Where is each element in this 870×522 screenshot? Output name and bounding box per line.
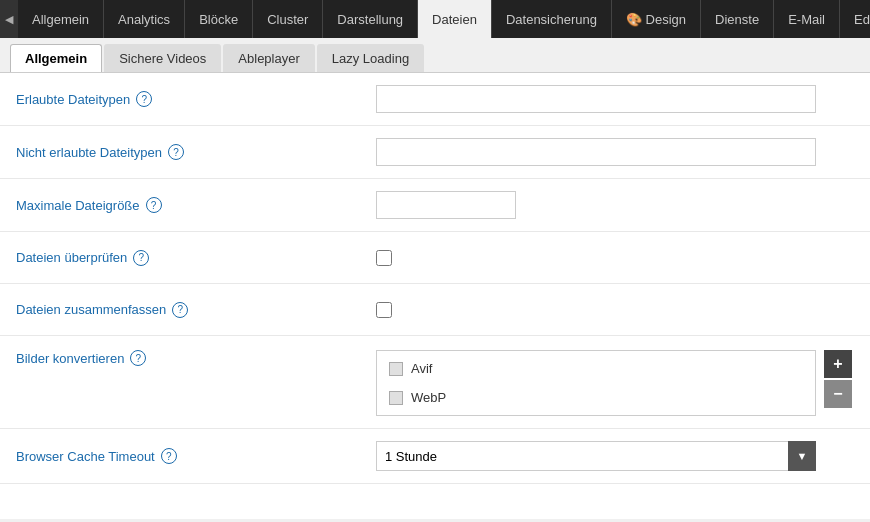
- row-browser-cache-timeout: Browser Cache Timeout ? 1 Stunde 30 Minu…: [0, 429, 870, 484]
- convert-option-avif: Avif: [389, 361, 803, 376]
- add-convert-option-button[interactable]: +: [824, 350, 852, 378]
- help-icon-bilder-konvertieren[interactable]: ?: [130, 350, 146, 366]
- control-bilder-konvertieren: Avif WebP + −: [376, 350, 854, 416]
- tab-bloecke[interactable]: Blöcke: [185, 0, 253, 38]
- label-dateien-ueberpruefen: Dateien überprüfen ?: [16, 250, 376, 266]
- plus-minus-buttons: + −: [824, 350, 852, 408]
- sub-nav: Allgemein Sichere Videos Ableplayer Lazy…: [0, 38, 870, 73]
- input-erlaubte-dateitypen[interactable]: [376, 85, 816, 113]
- label-erlaubte-dateitypen: Erlaubte Dateitypen ?: [16, 91, 376, 107]
- control-erlaubte-dateitypen: [376, 85, 854, 113]
- control-browser-cache-timeout: 1 Stunde 30 Minuten 6 Stunden 12 Stunden…: [376, 441, 854, 471]
- row-bilder-konvertieren: Bilder konvertieren ? Avif WebP + −: [0, 336, 870, 429]
- convert-option-webp: WebP: [389, 390, 803, 405]
- control-dateien-ueberpruefen: [376, 250, 854, 266]
- tab-email[interactable]: E-Mail: [774, 0, 840, 38]
- tab-dateien[interactable]: Dateien: [418, 0, 492, 38]
- tab-editor[interactable]: Editor: [840, 0, 870, 38]
- subtab-ableplayer[interactable]: Ableplayer: [223, 44, 314, 72]
- remove-convert-option-button[interactable]: −: [824, 380, 852, 408]
- control-maximale-dateigroesse: [376, 191, 854, 219]
- tab-darstellung[interactable]: Darstellung: [323, 0, 418, 38]
- input-maximale-dateigroesse[interactable]: [376, 191, 516, 219]
- checkbox-dateien-zusammenfassen[interactable]: [376, 302, 392, 318]
- subtab-allgemein[interactable]: Allgemein: [10, 44, 102, 72]
- help-icon-nicht-erlaubte-dateitypen[interactable]: ?: [168, 144, 184, 160]
- convert-options-box: Avif WebP: [376, 350, 816, 416]
- help-icon-erlaubte-dateitypen[interactable]: ?: [136, 91, 152, 107]
- tab-analytics[interactable]: Analytics: [104, 0, 185, 38]
- row-maximale-dateigroesse: Maximale Dateigröße ?: [0, 179, 870, 232]
- select-wrapper-cache-timeout: 1 Stunde 30 Minuten 6 Stunden 12 Stunden…: [376, 441, 816, 471]
- tab-design[interactable]: 🎨 Design: [612, 0, 701, 38]
- checkbox-avif[interactable]: [389, 362, 403, 376]
- label-nicht-erlaubte-dateitypen: Nicht erlaubte Dateitypen ?: [16, 144, 376, 160]
- help-icon-maximale-dateigroesse[interactable]: ?: [146, 197, 162, 213]
- help-icon-dateien-ueberpruefen[interactable]: ?: [133, 250, 149, 266]
- checkbox-dateien-ueberpruefen[interactable]: [376, 250, 392, 266]
- help-icon-browser-cache-timeout[interactable]: ?: [161, 448, 177, 464]
- nav-left-arrow[interactable]: ◀: [0, 0, 18, 38]
- input-nicht-erlaubte-dateitypen[interactable]: [376, 138, 816, 166]
- row-dateien-ueberpruefen: Dateien überprüfen ?: [0, 232, 870, 284]
- tab-datensicherung[interactable]: Datensicherung: [492, 0, 612, 38]
- label-browser-cache-timeout: Browser Cache Timeout ?: [16, 448, 376, 464]
- help-icon-dateien-zusammenfassen[interactable]: ?: [172, 302, 188, 318]
- subtab-sichere-videos[interactable]: Sichere Videos: [104, 44, 221, 72]
- subtab-lazy-loading[interactable]: Lazy Loading: [317, 44, 424, 72]
- tab-cluster[interactable]: Cluster: [253, 0, 323, 38]
- label-maximale-dateigroesse: Maximale Dateigröße ?: [16, 197, 376, 213]
- control-dateien-zusammenfassen: [376, 302, 854, 318]
- label-dateien-zusammenfassen: Dateien zusammenfassen ?: [16, 302, 376, 318]
- top-nav: ◀ Allgemein Analytics Blöcke Cluster Dar…: [0, 0, 870, 38]
- select-browser-cache-timeout[interactable]: 1 Stunde 30 Minuten 6 Stunden 12 Stunden…: [376, 441, 816, 471]
- control-nicht-erlaubte-dateitypen: [376, 138, 854, 166]
- row-nicht-erlaubte-dateitypen: Nicht erlaubte Dateitypen ?: [0, 126, 870, 179]
- tab-allgemein[interactable]: Allgemein: [18, 0, 104, 38]
- row-dateien-zusammenfassen: Dateien zusammenfassen ?: [0, 284, 870, 336]
- tab-dienste[interactable]: Dienste: [701, 0, 774, 38]
- settings-content: Erlaubte Dateitypen ? Nicht erlaubte Dat…: [0, 73, 870, 519]
- label-bilder-konvertieren: Bilder konvertieren ?: [16, 350, 376, 366]
- row-erlaubte-dateitypen: Erlaubte Dateitypen ?: [0, 73, 870, 126]
- checkbox-webp[interactable]: [389, 391, 403, 405]
